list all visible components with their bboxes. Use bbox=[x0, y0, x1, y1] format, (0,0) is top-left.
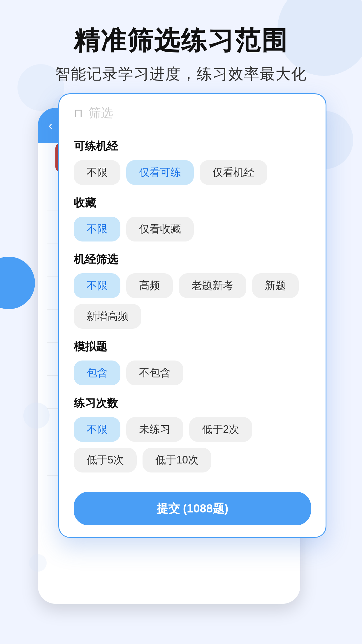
sub-title: 智能记录学习进度，练习效率最大化 bbox=[0, 64, 362, 84]
submit-container: 提交 (1088题) bbox=[59, 483, 326, 525]
option-button[interactable]: 高频 bbox=[126, 273, 173, 298]
submit-button[interactable]: 提交 (1088题) bbox=[74, 492, 311, 525]
main-title: 精准筛选练习范围 bbox=[0, 23, 362, 58]
option-button[interactable]: 低于10次 bbox=[143, 448, 211, 473]
back-button[interactable]: ‹ bbox=[48, 118, 53, 133]
option-button[interactable]: 新题 bbox=[252, 273, 299, 298]
filter-header: ⊓ 筛选 bbox=[59, 94, 326, 130]
decorative-circle-left bbox=[0, 257, 35, 309]
filter-placeholder: 筛选 bbox=[89, 105, 113, 121]
option-button[interactable]: 仅看机经 bbox=[200, 160, 267, 185]
option-button[interactable]: 不限 bbox=[74, 273, 120, 298]
section-label: 可练机经 bbox=[74, 139, 311, 154]
section-label: 练习次数 bbox=[74, 396, 311, 411]
option-button[interactable]: 老题新考 bbox=[179, 273, 246, 298]
filter-section: 机经筛选不限高频老题新考新题新增高频 bbox=[74, 252, 311, 329]
filter-icon: ⊓ bbox=[74, 106, 83, 120]
options-row: 不限高频老题新考新题新增高频 bbox=[74, 273, 311, 329]
option-button[interactable]: 不包含 bbox=[126, 360, 183, 385]
option-button[interactable]: 仅看收藏 bbox=[126, 217, 194, 242]
option-button[interactable]: 低于5次 bbox=[74, 448, 137, 473]
options-row: 不限仅看可练仅看机经 bbox=[74, 160, 311, 185]
filter-section: 收藏不限仅看收藏 bbox=[74, 195, 311, 242]
option-button[interactable]: 不限 bbox=[74, 217, 120, 242]
options-row: 包含不包含 bbox=[74, 360, 311, 385]
option-button[interactable]: 仅看可练 bbox=[126, 160, 194, 185]
option-button[interactable]: 低于2次 bbox=[189, 417, 252, 442]
option-button[interactable]: 不限 bbox=[74, 160, 120, 185]
options-row: 不限仅看收藏 bbox=[74, 217, 311, 242]
section-label: 收藏 bbox=[74, 195, 311, 210]
option-button[interactable]: 新增高频 bbox=[74, 304, 141, 329]
options-row: 不限未练习低于2次低于5次低于10次 bbox=[74, 417, 311, 473]
option-button[interactable]: 不限 bbox=[74, 417, 120, 442]
option-button[interactable]: 未练习 bbox=[126, 417, 183, 442]
filter-section: 可练机经不限仅看可练仅看机经 bbox=[74, 139, 311, 185]
option-button[interactable]: 包含 bbox=[74, 360, 120, 385]
header-section: 精准筛选练习范围 智能记录学习进度，练习效率最大化 bbox=[0, 23, 362, 84]
section-label: 模拟题 bbox=[74, 339, 311, 354]
filter-body: 可练机经不限仅看可练仅看机经收藏不限仅看收藏机经筛选不限高频老题新考新题新增高频… bbox=[59, 130, 326, 473]
filter-section: 练习次数不限未练习低于2次低于5次低于10次 bbox=[74, 396, 311, 473]
section-label: 机经筛选 bbox=[74, 252, 311, 267]
filter-modal: ⊓ 筛选 可练机经不限仅看可练仅看机经收藏不限仅看收藏机经筛选不限高频老题新考新… bbox=[58, 93, 326, 538]
filter-section: 模拟题包含不包含 bbox=[74, 339, 311, 385]
